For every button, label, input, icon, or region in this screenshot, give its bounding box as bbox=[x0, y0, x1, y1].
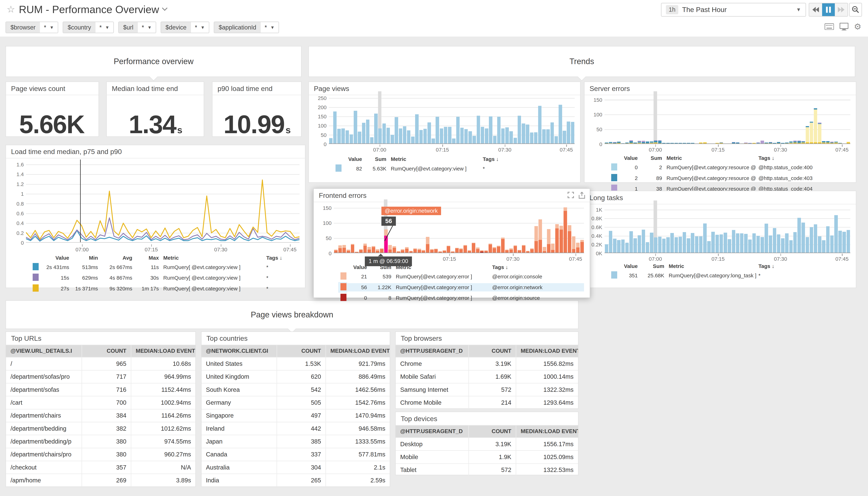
x-tick-mark bbox=[576, 254, 576, 256]
table-header-cell[interactable]: MEDIAN:LOAD EVENT bbox=[326, 345, 390, 357]
x-axis-labels: 07:0007:1507:3007:45 bbox=[605, 145, 850, 153]
export-icon[interactable] bbox=[579, 192, 585, 199]
var-value[interactable]: *▼ bbox=[261, 22, 278, 33]
table-header-cell[interactable]: MEDIAN:LOAD EVENT bbox=[516, 425, 578, 438]
var-value[interactable]: *▼ bbox=[96, 22, 113, 33]
table-header-cell[interactable]: COUNT bbox=[82, 345, 131, 357]
y-axis-label: 0.8 bbox=[6, 201, 23, 207]
favorite-star-icon[interactable]: ☆ bbox=[7, 4, 15, 15]
template-var-url[interactable]: $url *▼ bbox=[118, 21, 156, 33]
expand-icon[interactable] bbox=[567, 192, 574, 199]
table-row[interactable]: United Kingdom620886.49ms bbox=[202, 370, 390, 383]
table-cell: Japan bbox=[202, 435, 277, 448]
keyboard-icon[interactable] bbox=[824, 23, 834, 30]
table-row[interactable]: /department/sofas7161152.44ms bbox=[6, 383, 195, 396]
table-row[interactable]: /department/bedding/p380974.55ms bbox=[6, 435, 195, 448]
table-row[interactable]: India2652.59s bbox=[202, 474, 390, 487]
widget-load-time-chart[interactable]: Load time end median, p75 and p90 00.20.… bbox=[5, 145, 306, 288]
table-header-cell[interactable]: @NETWORK.CLIENT.GI bbox=[202, 345, 277, 357]
bar-segment bbox=[476, 247, 480, 249]
widget-page-views-chart[interactable]: Page views 05010015020025007:0007:1507:3… bbox=[308, 81, 581, 183]
chart-plot-area[interactable]: 050100150200250 bbox=[329, 95, 575, 144]
template-var-applicationid[interactable]: $applicationId *▼ bbox=[214, 21, 279, 33]
bar bbox=[472, 136, 476, 144]
legend-cell: 5.63K bbox=[364, 165, 389, 173]
table-cell: 1542.76ms bbox=[326, 396, 390, 409]
rewind-button[interactable] bbox=[809, 3, 822, 16]
x-tick-mark bbox=[655, 144, 656, 147]
table-row[interactable]: South Korea5421462.56ms bbox=[202, 383, 390, 396]
widget-top-countries[interactable]: Top countries @NETWORK.CLIENT.GICOUNTMED… bbox=[201, 331, 390, 487]
forward-button[interactable] bbox=[835, 3, 848, 16]
table-row[interactable]: Tablet5721322.53ms bbox=[396, 464, 578, 476]
chart-plot-area[interactable]: 0K0.2K0.4K0.6K0.8K1K bbox=[605, 204, 850, 253]
var-value[interactable]: *▼ bbox=[191, 22, 209, 33]
table-row[interactable]: Singapore4971470.94ms bbox=[202, 409, 390, 422]
bar bbox=[350, 135, 353, 143]
template-var-browser[interactable]: $browser *▼ bbox=[5, 21, 58, 33]
table-row[interactable]: United States1.53K921.79ms bbox=[202, 357, 390, 370]
table-row[interactable]: Samsung Internet5721322.32ms bbox=[396, 383, 578, 396]
tv-screen-icon[interactable] bbox=[840, 23, 848, 31]
legend-header: Value bbox=[342, 155, 364, 164]
table-row[interactable]: Chrome Mobile2141293.64ms bbox=[396, 396, 578, 409]
pause-button[interactable] bbox=[822, 3, 835, 16]
table-header-cell[interactable]: COUNT bbox=[277, 345, 326, 357]
table-row[interactable]: Japan3851333.55ms bbox=[202, 435, 390, 448]
table-header-cell[interactable]: COUNT bbox=[469, 425, 516, 438]
table-row[interactable]: /department/bedding3821012.62ms bbox=[6, 422, 195, 435]
title-chevron-down-icon[interactable] bbox=[162, 7, 168, 11]
widget-long-tasks-chart[interactable]: Long tasks 0K0.2K0.4K0.6K0.8K1K07:0007:1… bbox=[584, 190, 856, 288]
widget-top-urls[interactable]: Top URLs @VIEW.URL_DETAILS.ICOUNTMEDIAN:… bbox=[5, 331, 196, 487]
table-row[interactable]: Chrome3.19K1556.82ms bbox=[396, 357, 578, 370]
bar-segment bbox=[752, 233, 756, 253]
table-row[interactable]: /department/chairs/pro380960.27ms bbox=[6, 448, 195, 461]
table-row[interactable]: /cart7001002.94ms bbox=[6, 396, 195, 409]
legend-header: Value bbox=[618, 154, 640, 162]
bar-segment bbox=[337, 129, 341, 143]
table-header-cell[interactable]: @HTTP.USERAGENT_D bbox=[396, 345, 469, 357]
table-row[interactable]: Mobile Safari1.69K1000.14ms bbox=[396, 370, 578, 383]
widget-title: Load time end median, p75 and p90 bbox=[6, 145, 305, 158]
widget-page-views-count[interactable]: Page views count 5.66K bbox=[5, 81, 99, 137]
widget-frontend-errors-chart[interactable]: Frontend errors @error.origin:network 56… bbox=[313, 188, 590, 298]
zoom-out-button[interactable] bbox=[849, 3, 862, 17]
table-header-cell[interactable]: @HTTP.USERAGENT_D bbox=[396, 425, 469, 438]
table-row[interactable]: /checkout357N/A bbox=[6, 461, 195, 474]
x-tick-mark bbox=[380, 144, 380, 147]
widget-top-browsers[interactable]: Top browsers @HTTP.USERAGENT_DCOUNTMEDIA… bbox=[395, 331, 578, 409]
widget-p90-load-time[interactable]: p90 load time end 10.99s bbox=[212, 81, 302, 137]
gear-icon[interactable]: ⚙ bbox=[854, 23, 861, 31]
var-value[interactable]: *▼ bbox=[40, 22, 58, 33]
table-row[interactable]: /apm/home2693.89s bbox=[6, 474, 195, 487]
table-row[interactable]: Mobile1.9K1025.09ms bbox=[396, 451, 578, 464]
table-row[interactable]: Australia3042.1s bbox=[202, 461, 390, 474]
group-trends[interactable]: Trends bbox=[308, 46, 855, 77]
widget-server-errors-chart[interactable]: Server errors 05010015007:0007:1507:3007… bbox=[584, 81, 856, 183]
table-row[interactable]: /department/sofas/pro717964.99ms bbox=[6, 370, 195, 383]
widget-median-load-time[interactable]: Median load time end 1.34s bbox=[106, 81, 204, 137]
bar-segment bbox=[781, 143, 784, 143]
table-row[interactable]: Ireland442946.58ms bbox=[202, 422, 390, 435]
table-row[interactable]: /department/chairs3841164.26ms bbox=[6, 409, 195, 422]
var-value[interactable]: *▼ bbox=[138, 22, 156, 33]
table-header-cell[interactable]: COUNT bbox=[469, 345, 516, 357]
table-row[interactable]: Canada337577.81ms bbox=[202, 448, 390, 461]
table-header-cell[interactable]: MEDIAN:LOAD EVENT bbox=[131, 345, 195, 357]
table-header-cell[interactable]: MEDIAN:LOAD EVENT bbox=[516, 345, 578, 357]
chart-plot-area[interactable]: 00.20.40.60.811.21.41.6 bbox=[26, 159, 300, 243]
table-row[interactable]: Germany5051542.76ms bbox=[202, 396, 390, 409]
template-var-device[interactable]: $device *▼ bbox=[161, 21, 209, 33]
group-page-views-breakdown[interactable]: Page views breakdown bbox=[5, 300, 578, 329]
group-performance-overview[interactable]: Performance overview bbox=[5, 46, 302, 77]
bar bbox=[571, 122, 574, 143]
template-var-country[interactable]: $country *▼ bbox=[63, 21, 114, 33]
chart-plot-area[interactable]: 050100150 bbox=[605, 95, 850, 144]
legend-cell: RumQuery[@evt.category:view ] bbox=[389, 165, 481, 173]
table-row[interactable]: Desktop3.19K1556.17ms bbox=[396, 437, 578, 450]
table-row[interactable]: /96510.68s bbox=[6, 357, 195, 370]
time-range-selector[interactable]: 1h The Past Hour ▼ bbox=[661, 3, 806, 17]
table-header-cell[interactable]: @VIEW.URL_DETAILS.I bbox=[6, 345, 82, 357]
table-cell: 497 bbox=[277, 409, 326, 422]
widget-top-devices[interactable]: Top devices @HTTP.USERAGENT_DCOUNTMEDIAN… bbox=[395, 412, 578, 475]
